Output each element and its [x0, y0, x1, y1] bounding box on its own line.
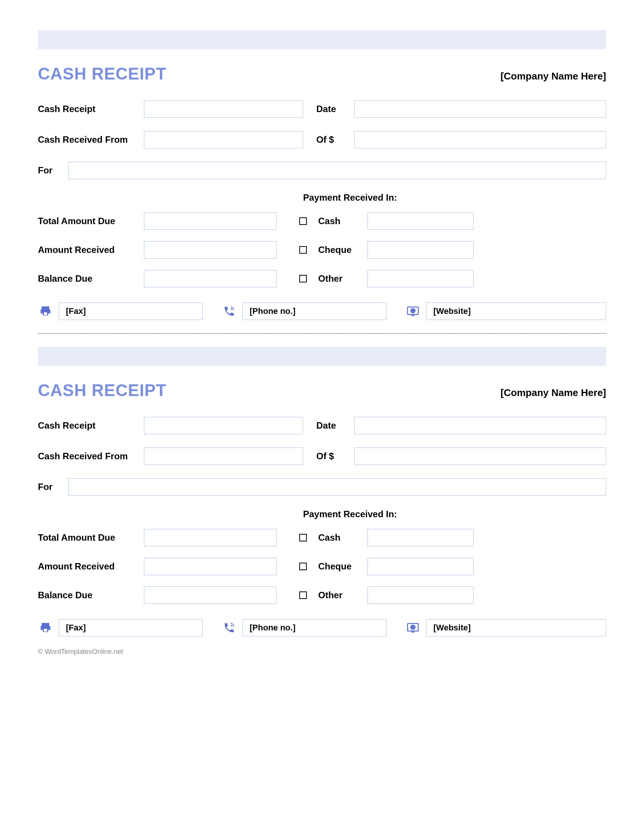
page-title: CASH RECEIPT: [38, 64, 167, 83]
banner: [38, 30, 606, 49]
divider: [38, 333, 606, 334]
label-from: Cash Received From: [38, 134, 144, 145]
label-balance: Balance Due: [38, 273, 144, 284]
date-field[interactable]: [354, 100, 606, 118]
total-field[interactable]: [144, 529, 277, 547]
receipt-field[interactable]: [144, 417, 303, 434]
label-other: Other: [318, 590, 367, 600]
amount-field[interactable]: [144, 241, 277, 259]
label-cheque: Cheque: [318, 244, 367, 255]
label-payment: Payment Received In:: [38, 509, 606, 519]
website-icon: [405, 620, 420, 635]
label-from: Cash Received From: [38, 451, 144, 462]
for-field[interactable]: [68, 478, 606, 495]
checkbox-cheque[interactable]: [299, 246, 307, 254]
date-field[interactable]: [354, 417, 606, 434]
fax-field[interactable]: [Fax]: [59, 619, 203, 637]
label-date: Date: [316, 104, 354, 114]
label-receipt: Cash Receipt: [38, 420, 144, 431]
label-for: For: [38, 165, 68, 176]
footer: © WordTemplatesOnline.net: [38, 648, 606, 656]
phone-field[interactable]: [Phone no.]: [242, 302, 386, 320]
label-for: For: [38, 482, 68, 492]
cheque-field[interactable]: [367, 241, 473, 259]
fax-field[interactable]: [Fax]: [59, 302, 203, 320]
label-of: Of $: [316, 134, 354, 145]
page-title: CASH RECEIPT: [38, 381, 167, 400]
cheque-field[interactable]: [367, 558, 473, 575]
phone-icon: [222, 304, 237, 319]
other-field[interactable]: [367, 587, 473, 604]
phone-field[interactable]: [Phone no.]: [242, 619, 386, 637]
from-field[interactable]: [144, 131, 303, 148]
label-total: Total Amount Due: [38, 216, 144, 227]
cash-field[interactable]: [367, 212, 473, 230]
label-payment: Payment Received In:: [38, 192, 606, 203]
balance-field[interactable]: [144, 270, 277, 287]
balance-field[interactable]: [144, 587, 277, 604]
phone-icon: [222, 620, 237, 635]
label-balance: Balance Due: [38, 590, 144, 600]
checkbox-cash[interactable]: [299, 217, 307, 225]
receipt-field[interactable]: [144, 100, 303, 118]
banner: [38, 347, 606, 366]
checkbox-other[interactable]: [299, 592, 307, 599]
checkbox-cash[interactable]: [299, 534, 307, 542]
label-cheque: Cheque: [318, 561, 367, 572]
cash-field[interactable]: [367, 529, 473, 547]
of-field[interactable]: [354, 447, 606, 465]
of-field[interactable]: [354, 131, 606, 148]
label-cash: Cash: [318, 532, 367, 543]
fax-icon: [38, 620, 53, 635]
amount-field[interactable]: [144, 558, 277, 575]
company-name: [Company Name Here]: [501, 387, 606, 399]
label-amount: Amount Received: [38, 561, 144, 572]
from-field[interactable]: [144, 447, 303, 465]
label-total: Total Amount Due: [38, 532, 144, 543]
website-field[interactable]: [Website]: [426, 619, 606, 637]
other-field[interactable]: [367, 270, 473, 287]
label-receipt: Cash Receipt: [38, 104, 144, 114]
receipt-1: CASH RECEIPT [Company Name Here] Cash Re…: [38, 30, 606, 320]
label-of: Of $: [316, 451, 354, 462]
label-other: Other: [318, 273, 367, 284]
website-field[interactable]: [Website]: [426, 302, 606, 320]
label-date: Date: [316, 420, 354, 431]
for-field[interactable]: [68, 162, 606, 179]
label-amount: Amount Received: [38, 244, 144, 255]
checkbox-other[interactable]: [299, 275, 307, 283]
checkbox-cheque[interactable]: [299, 563, 307, 570]
label-cash: Cash: [318, 216, 367, 227]
company-name: [Company Name Here]: [501, 71, 606, 82]
website-icon: [405, 304, 420, 319]
receipt-2: CASH RECEIPT [Company Name Here] Cash Re…: [38, 347, 606, 637]
total-field[interactable]: [144, 212, 277, 230]
fax-icon: [38, 304, 53, 319]
